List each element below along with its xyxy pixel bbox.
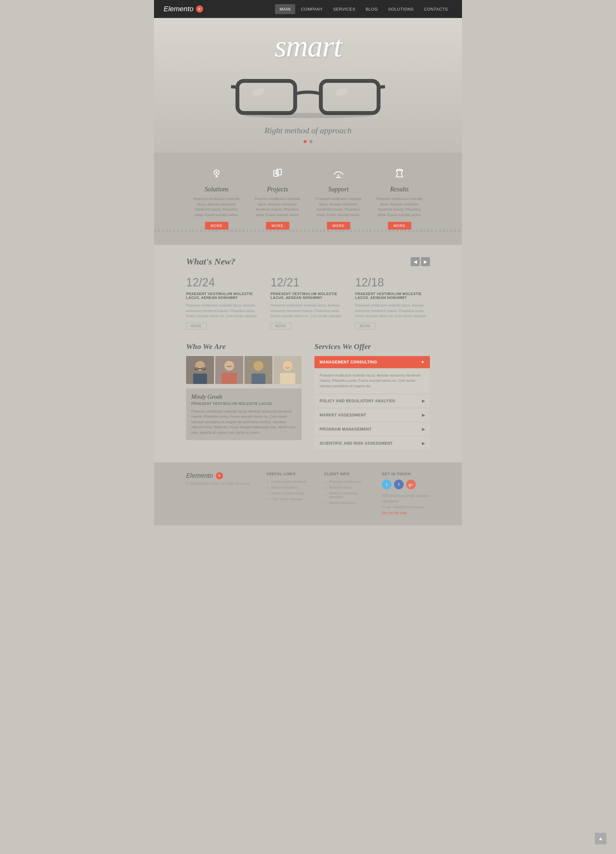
nav-company[interactable]: COMPANY — [297, 4, 327, 14]
features-grid: Solutions Praesent vestibulum molestie l… — [186, 166, 430, 230]
team-photos — [186, 356, 301, 384]
footer-get-in-touch: GET IN TOUCH t f g+ 8901 Marmora Road, G… — [382, 472, 430, 515]
useful-links-list: Lorem ipsum hendrerit Mauris phasellus F… — [266, 480, 315, 501]
content-area: What's New? ◀ ▶ 12/24 PRAESENT VESTIBULU… — [154, 245, 462, 462]
svg-point-28 — [283, 361, 292, 371]
solutions-title: Solutions — [191, 186, 242, 193]
footer: Elemento ✈ © 2013 | Privacy Policy | All… — [154, 462, 462, 525]
service-label-0: MANAGEMENT CONSULTING — [319, 360, 377, 364]
service-header-1[interactable]: POLICY AND REGULATORY ANALYSIS ▶ — [315, 395, 430, 407]
news-item-1: 12/24 PRAESENT VESTIBULUM MOLESTIE LACUS… — [186, 276, 261, 329]
google-icon[interactable]: g+ — [406, 480, 416, 489]
news-text-2: Praesent vestibulum molestie lacus. Aene… — [271, 303, 345, 319]
svg-point-4 — [244, 113, 372, 118]
results-title: Results — [374, 186, 425, 193]
useful-link-1[interactable]: Lorem ipsum hendrerit — [266, 480, 315, 483]
svg-rect-29 — [280, 373, 295, 384]
service-item-2: MARKET ASSESSMENT ▶ — [315, 409, 430, 421]
service-arrow-2: ▶ — [422, 413, 425, 417]
brand-name: Elemento — [164, 5, 193, 13]
service-item-3: PROGRAM MANAGEMENT ▶ — [315, 423, 430, 435]
service-label-4: SCIENTIFIC AND RISK ASSESSMENT — [319, 441, 393, 445]
support-btn[interactable]: MORE — [327, 222, 350, 230]
nav-services[interactable]: SERVICES — [329, 4, 360, 14]
useful-link-4[interactable]: Cum sociis natoque — [266, 497, 315, 501]
news-headline-2: PRAESENT VESTIBULUM MOLESTIE LACUS. AENE… — [271, 292, 345, 300]
team-photo-2[interactable] — [215, 356, 243, 384]
support-icon — [313, 166, 364, 182]
svg-rect-23 — [222, 373, 237, 384]
service-label-3: PROGRAM MANAGEMENT — [319, 427, 371, 432]
dot-2[interactable] — [309, 140, 312, 143]
footer-brand-col: Elemento ✈ © 2013 | Privacy Policy | All… — [186, 472, 257, 515]
service-header-0[interactable]: MANAGEMENT CONSULTING ▼ — [315, 356, 430, 368]
useful-links-title: USEFUL LINKS — [266, 472, 315, 476]
client-info-1: Praesent vestibulum — [324, 480, 372, 483]
service-item-0: MANAGEMENT CONSULTING ▼ Praesent vestibu… — [315, 356, 430, 393]
features-divider — [154, 230, 462, 232]
person-card: Mindy Geosh PRAESENT VESTIBULUM MOLESTIE… — [186, 389, 301, 441]
service-arrow-0: ▼ — [421, 360, 425, 364]
footer-map-link[interactable]: See on the map — [382, 510, 430, 516]
news-more-btn-1[interactable]: MORE — [186, 323, 207, 329]
client-info-4: Mauris phasellus — [324, 501, 372, 505]
facebook-icon[interactable]: f — [394, 480, 404, 489]
news-prev-btn[interactable]: ◀ — [411, 257, 420, 266]
social-icons: t f g+ — [382, 480, 430, 489]
svg-rect-0 — [237, 81, 295, 113]
nav-contacts[interactable]: CONTACTS — [419, 4, 452, 14]
news-more-btn-2[interactable]: MORE — [271, 323, 291, 329]
team-photo-1[interactable] — [186, 356, 214, 384]
svg-point-22 — [224, 361, 234, 371]
footer-inner: Elemento ✈ © 2013 | Privacy Policy | All… — [186, 472, 430, 515]
hero-title: smart — [160, 31, 456, 62]
team-photo-4[interactable] — [274, 356, 301, 384]
news-grid: 12/24 PRAESENT VESTIBULUM MOLESTIE LACUS… — [186, 276, 430, 329]
solutions-btn[interactable]: MORE — [205, 222, 228, 230]
service-header-3[interactable]: PROGRAM MANAGEMENT ▶ — [315, 423, 430, 435]
nav-blog[interactable]: BLOG — [361, 4, 382, 14]
team-photo-3[interactable] — [245, 356, 272, 384]
service-header-2[interactable]: MARKET ASSESSMENT ▶ — [315, 409, 430, 421]
footer-client-info: CLIENT INFO Praesent vestibulum Molestie… — [324, 472, 372, 515]
useful-link-2[interactable]: Mauris phasellus — [266, 485, 315, 489]
news-next-btn[interactable]: ▶ — [421, 257, 430, 266]
svg-rect-10 — [277, 169, 281, 175]
useful-link-3[interactable]: Fusce suscipit varius — [266, 491, 315, 495]
footer-address: 8901 Marmora Road, Glasgow D04 89GR Emai… — [382, 493, 430, 515]
projects-icon — [252, 166, 303, 182]
lower-section: Who We Are — [186, 336, 430, 463]
client-info-3: Aenean nonummy hendrerit — [324, 491, 372, 499]
dot-1[interactable] — [304, 140, 307, 143]
solutions-text: Praesent vestibulum molestie lacus. Aene… — [191, 196, 242, 217]
svg-point-16 — [195, 361, 205, 371]
nav-main[interactable]: MAIN — [275, 4, 295, 14]
solutions-icon — [191, 166, 242, 182]
navbar: Elemento ✈ MAIN COMPANY SERVICES BLOG SO… — [154, 0, 462, 18]
svg-point-8 — [216, 171, 218, 173]
news-text-1: Praesent vestibulum molestie lacus. Aene… — [186, 303, 261, 319]
news-more-btn-3[interactable]: MORE — [355, 323, 376, 329]
news-text-3: Praesent vestibulum molestie lacus. Aene… — [355, 303, 430, 319]
nav-links: MAIN COMPANY SERVICES BLOG SOLUTIONS CON… — [275, 6, 452, 12]
projects-btn[interactable]: MORE — [266, 222, 289, 230]
person-name: Mindy Geosh — [191, 393, 297, 400]
service-header-4[interactable]: SCIENTIFIC AND RISK ASSESSMENT ▶ — [315, 437, 430, 450]
news-date-3: 12/18 — [355, 276, 430, 289]
support-title: Support — [313, 186, 364, 193]
service-label-2: MARKET ASSESSMENT — [319, 413, 366, 417]
svg-point-3 — [335, 87, 349, 97]
whats-new-header: What's New? ◀ ▶ — [186, 256, 430, 267]
nav-solutions[interactable]: SOLUTIONS — [384, 4, 418, 14]
news-item-3: 12/18 PRAESENT VESTIBULUM MOLESTIE LACUS… — [355, 276, 430, 329]
brand: Elemento ✈ — [164, 5, 203, 13]
service-item-1: POLICY AND REGULATORY ANALYSIS ▶ — [315, 395, 430, 407]
feature-support: Support Praesent vestibulum molestie lac… — [313, 166, 364, 230]
twitter-icon[interactable]: t — [382, 480, 391, 489]
results-btn[interactable]: MORE — [388, 222, 411, 230]
service-accordion: MANAGEMENT CONSULTING ▼ Praesent vestibu… — [315, 356, 430, 450]
client-info-2: Molestie lacus — [324, 485, 372, 489]
client-info-list: Praesent vestibulum Molestie lacus Aenea… — [324, 480, 372, 505]
svg-point-2 — [251, 87, 265, 97]
footer-brand-name: Elemento — [186, 472, 213, 479]
